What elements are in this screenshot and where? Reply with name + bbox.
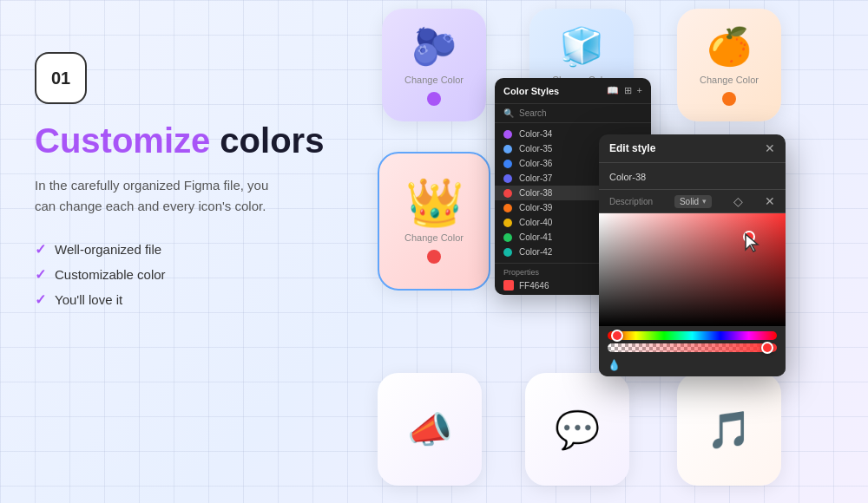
hex-value: FF4646 [519,281,549,291]
hex-color-swatch [503,280,514,291]
color-name-42: Color-42 [519,247,552,257]
color-name-40: Color-40 [519,218,552,227]
card-chat: 💬 [525,373,629,486]
color-dot-42 [503,248,512,257]
headline: Customize colors [35,121,330,160]
red-dot [427,250,441,264]
orange-icon: 🍊 [707,25,752,68]
settings-icon[interactable]: ◇ [733,194,743,208]
card-orange-label: Change Color [700,75,759,85]
color-name-36: Color-36 [519,159,552,168]
edit-title: Edit style [609,142,655,154]
check-icon-2: ✓ [35,266,46,283]
edit-style-panel: Edit style ✕ Color-38 Description Solid … [599,134,786,376]
card-speaker: 📣 [378,373,482,486]
crown-icon: 👑 [405,179,464,225]
checklist-item-3: ✓ You'll love it [35,291,330,308]
add-icon[interactable]: + [637,85,642,96]
mouse-cursor-icon [744,232,761,253]
panel-search[interactable]: 🔍 Search [495,104,651,123]
opacity-thumb [761,342,773,354]
panel-title: Color Styles [503,86,559,96]
checklist-item-2: ✓ Customizable color [35,266,330,283]
color-name-38: Color-38 [519,188,552,198]
check-icon-1: ✓ [35,241,46,258]
music-icon: 🎵 [707,408,752,451]
speaker-icon: 📣 [407,408,452,451]
edit-desc-row: Description Solid ▾ ◇ ✕ [599,190,786,213]
purple-dot [427,92,441,106]
step-badge: 01 [35,52,87,104]
search-placeholder: Search [519,108,547,118]
search-icon: 🔍 [503,108,514,118]
step-number: 01 [51,69,70,88]
color-dot-37 [503,174,512,183]
color-dot-35 [503,145,512,154]
color-dot-39 [503,204,512,212]
headline-highlight: Customize [35,121,210,160]
grid-icon[interactable]: ⊞ [624,85,632,96]
chat-icon: 💬 [555,408,600,451]
book-icon[interactable]: 📖 [607,85,619,96]
checklist-item-1: ✓ Well-organized file [35,241,330,258]
color-dot-38 [503,189,512,198]
checklist: ✓ Well-organized file ✓ Customizable col… [35,241,330,308]
check-icon-3: ✓ [35,291,46,308]
blue-icon: 🧊 [559,25,604,68]
left-panel: 01 Customize colors In the carefully org… [35,52,330,308]
color-name-41: Color-41 [519,232,552,242]
hue-thumb [611,330,623,342]
edit-close-icon[interactable]: ✕ [765,194,775,208]
card-purple-label: Change Color [404,75,464,85]
panel-actions: 📖 ⊞ + [607,85,642,96]
edit-header: Edit style ✕ [599,134,786,163]
color-name-34: Color-34 [519,129,552,139]
card-crown: 👑 Change Color [378,152,490,291]
eyedropper-icon[interactable]: 💧 [608,359,621,371]
color-name-39: Color-39 [519,203,552,212]
fill-type-badge[interactable]: Solid ▾ [674,195,712,208]
checklist-label-1: Well-organized file [55,242,161,257]
checklist-label-3: You'll love it [55,292,122,307]
headline-rest: colors [210,121,324,160]
card-purple-top: 🫐 Change Color [382,9,486,121]
purple-icon: 🫐 [411,25,457,68]
color-name-35: Color-35 [519,144,552,154]
orange-dot [722,92,736,106]
card-crown-label: Change Color [404,232,464,243]
right-area: 🫐 Change Color 🧊 Change Color 🍊 Change C… [330,0,868,503]
hue-slider-container [599,326,786,356]
checklist-label-2: Customizable color [55,267,166,282]
edit-name-row: Color-38 [599,163,786,190]
card-music: 🎵 [677,373,781,486]
edit-description: Description [609,197,653,206]
color-dot-40 [503,219,512,227]
color-dot-34 [503,130,512,139]
close-icon[interactable]: ✕ [765,141,775,155]
opacity-slider[interactable] [608,343,777,352]
chevron-down-icon: ▾ [702,197,707,206]
panel-header: Color Styles 📖 ⊞ + [495,78,651,104]
hue-slider[interactable] [608,331,777,340]
description-text: In the carefully organized Figma file, y… [35,175,278,217]
edit-color-name: Color-38 [609,172,646,182]
color-dot-41 [503,233,512,242]
color-name-37: Color-37 [519,173,552,183]
color-picker-gradient[interactable] [599,213,786,326]
fill-type-label: Solid [680,197,699,206]
dropper-row: 💧 [599,356,786,376]
card-orange-top: 🍊 Change Color [677,9,781,121]
color-dot-36 [503,160,512,168]
